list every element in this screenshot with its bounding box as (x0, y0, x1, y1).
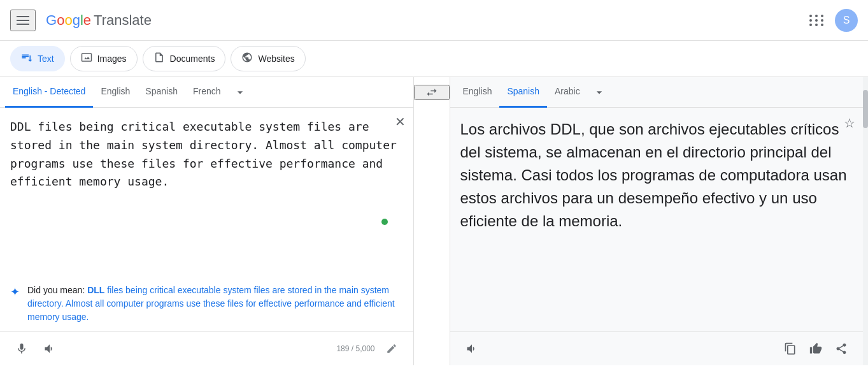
mode-tab-text-label: Text (38, 54, 54, 64)
target-lang-more-button[interactable] (588, 77, 611, 108)
target-lang-tabs: English Spanish Arabic (450, 77, 864, 108)
header: Google Translate S (0, 0, 868, 41)
green-status-dot (381, 219, 388, 225)
sparkle-icon: ✦ (10, 285, 20, 299)
mode-tab-images[interactable]: Images (70, 46, 138, 71)
logo-translate-text: Translate (94, 12, 152, 29)
source-volume-button[interactable] (38, 337, 61, 360)
mode-tab-documents-label: Documents (170, 54, 215, 64)
source-toolbar-left (10, 337, 61, 360)
source-lang-tab-english[interactable]: English (93, 77, 138, 108)
output-right-toolbar (779, 337, 853, 360)
mode-tab-images-label: Images (97, 54, 127, 64)
did-you-mean-text: Did you mean: DLL files being critical e… (27, 284, 403, 324)
did-you-mean-section: ✦ Did you mean: DLL files being critical… (0, 276, 413, 331)
right-panel: English Spanish Arabic ☆ Los archivos DD… (450, 77, 864, 365)
scrollbar-thumb[interactable] (863, 90, 868, 128)
source-bottom-toolbar: 189 / 5,000 (0, 331, 413, 365)
user-avatar[interactable]: S (835, 9, 858, 32)
target-lang-tab-spanish[interactable]: Spanish (499, 77, 547, 108)
send-feedback-link[interactable]: Send feedback (786, 368, 858, 371)
apps-button[interactable] (804, 8, 830, 33)
images-icon (81, 52, 92, 66)
swap-languages-button[interactable] (414, 85, 450, 100)
apps-grid-icon (809, 15, 825, 26)
target-volume-button[interactable] (460, 337, 483, 360)
source-lang-tab-spanish[interactable]: Spanish (138, 77, 185, 108)
text-icon (21, 52, 32, 66)
copy-button[interactable] (779, 337, 802, 360)
target-lang-tab-arabic[interactable]: Arabic (547, 77, 588, 108)
logo-google-text: Google (46, 12, 91, 29)
output-area: ☆ Los archivos DDL, que son archivos eje… (450, 108, 864, 331)
footer: Send feedback (0, 365, 868, 371)
did-you-mean-prefix: Did you mean: (27, 285, 87, 295)
source-lang-more-button[interactable] (229, 77, 252, 108)
source-lang-tab-french[interactable]: French (185, 77, 229, 108)
target-lang-tab-english[interactable]: English (455, 77, 500, 108)
edit-button[interactable] (380, 337, 403, 360)
thumbs-up-button[interactable] (804, 337, 827, 360)
clear-button[interactable]: ✕ (395, 115, 406, 128)
source-text-input[interactable] (10, 118, 403, 210)
menu-button[interactable] (10, 10, 36, 31)
source-toolbar-right: 189 / 5,000 (336, 337, 402, 360)
mode-tab-documents[interactable]: Documents (143, 46, 226, 71)
source-input-area: ✕ (0, 108, 413, 276)
documents-icon (153, 52, 165, 66)
header-right: S (804, 8, 858, 33)
header-left: Google Translate (10, 10, 152, 31)
mode-tab-websites[interactable]: Websites (231, 46, 305, 71)
mode-tab-websites-label: Websites (258, 54, 294, 64)
output-wrapper: ☆ Los archivos DDL, que son archivos eje… (450, 108, 864, 365)
swap-area (414, 77, 450, 365)
mode-tab-text[interactable]: Text (10, 46, 65, 71)
translate-area: English - Detected English Spanish Frenc… (0, 77, 868, 365)
translated-text: Los archivos DDL, que son archivos ejecu… (460, 118, 853, 233)
mic-button[interactable] (10, 337, 33, 360)
mode-tabs: Text Images Documents Websites (0, 41, 868, 77)
output-bottom-toolbar (450, 331, 864, 365)
scrollbar[interactable] (863, 77, 868, 365)
did-you-mean-bold: DLL (87, 285, 104, 295)
source-lang-tabs: English - Detected English Spanish Frenc… (0, 77, 413, 108)
char-count: 189 / 5,000 (336, 344, 374, 353)
logo[interactable]: Google Translate (46, 12, 152, 29)
left-panel: English - Detected English Spanish Frenc… (0, 77, 414, 365)
websites-icon (241, 52, 253, 66)
share-button[interactable] (830, 337, 853, 360)
source-lang-tab-detected[interactable]: English - Detected (5, 77, 93, 108)
star-button[interactable]: ☆ (844, 115, 855, 131)
